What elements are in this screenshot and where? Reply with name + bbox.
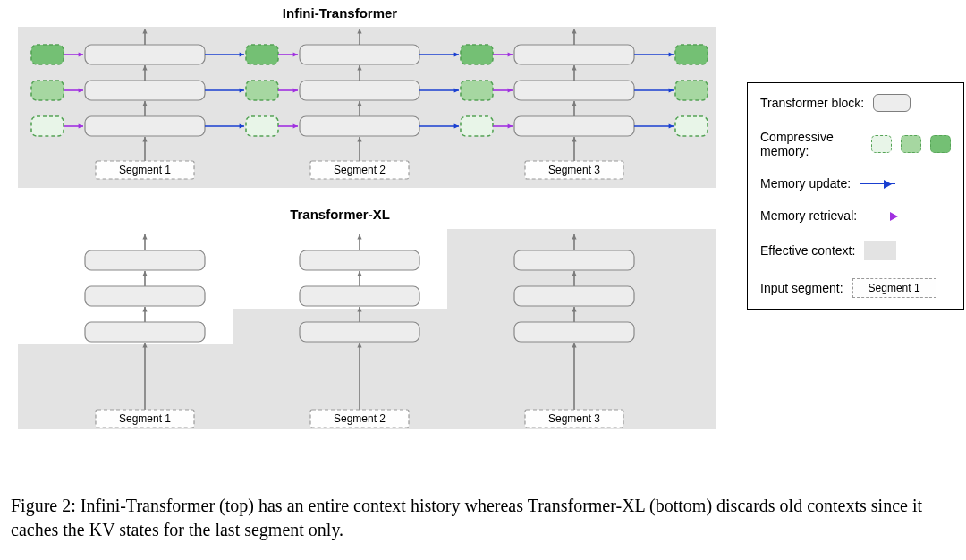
memory-chip: [675, 116, 708, 136]
memory-chip: [461, 81, 493, 100]
title-bottom: Transformer-XL: [290, 207, 390, 222]
legend-row-update: Memory update:: [760, 176, 951, 191]
transformer-block: [514, 286, 634, 306]
memory-chip: [31, 81, 64, 100]
legend-input-example: Segment 1: [869, 282, 920, 294]
legend-label-retrieval: Memory retrieval:: [760, 208, 857, 223]
figure-caption: Figure 2: Infini-Transformer (top) has a…: [11, 494, 955, 542]
legend-icon-segment-chip: Segment 1: [852, 278, 936, 298]
legend-row-memory: Compressive memory:: [760, 130, 951, 158]
transformer-block: [300, 322, 419, 342]
segment-label-text: Segment 3: [548, 164, 600, 176]
svg-marker-71: [357, 271, 361, 276]
transformer-block: [514, 116, 634, 136]
legend-label-transformer: Transformer block:: [760, 96, 864, 110]
transformer-block: [300, 81, 419, 100]
memory-chip: [246, 45, 278, 64]
legend-label-memory: Compressive memory:: [760, 130, 862, 158]
legend-icon-mem-2: [901, 135, 921, 153]
legend-label-context: Effective context:: [760, 243, 855, 258]
svg-marker-61: [142, 234, 147, 239]
transformer-block: [85, 250, 205, 270]
segment-label-text: Segment 2: [334, 412, 386, 425]
transformer-block: [85, 45, 205, 64]
memory-chip: [461, 116, 493, 136]
memory-chip: [246, 81, 278, 100]
legend-row-input: Input segment: Segment 1: [760, 278, 951, 298]
legend-icon-retrieval-arrow: [866, 216, 902, 216]
legend-row-transformer: Transformer block:: [760, 94, 951, 112]
transformer-block: [514, 322, 634, 342]
legend-icon-update-arrow: [860, 183, 895, 184]
transformer-block: [514, 250, 634, 270]
legend-label-input: Input segment:: [760, 281, 843, 295]
transformer-block: [300, 116, 419, 136]
transformer-block: [300, 250, 419, 270]
legend-row-retrieval: Memory retrieval:: [760, 208, 951, 223]
memory-chip: [31, 45, 64, 64]
transformer-block: [300, 45, 419, 64]
segment-label-text: Segment 1: [119, 164, 171, 176]
segment-label-text: Segment 2: [334, 164, 386, 176]
legend: Transformer block: Compressive memory: M…: [747, 82, 964, 310]
memory-chip: [246, 116, 278, 136]
legend-icon-mem-1: [871, 135, 892, 153]
memory-chip: [675, 81, 708, 100]
segment-label-text: Segment 1: [119, 412, 171, 425]
segment-label-text: Segment 3: [548, 412, 600, 425]
legend-row-context: Effective context:: [760, 241, 951, 260]
legend-icon-context: [864, 241, 896, 260]
title-top: Infini-Transformer: [283, 5, 398, 21]
transformer-block: [85, 81, 205, 100]
transformer-block: [85, 116, 205, 136]
transformer-block: [85, 286, 205, 306]
svg-marker-63: [142, 271, 147, 276]
svg-marker-65: [142, 307, 147, 311]
memory-chip: [31, 116, 64, 136]
transformer-block: [514, 45, 634, 64]
transformer-block: [514, 81, 634, 100]
transformer-block: [85, 322, 205, 342]
legend-icon-transformer: [873, 94, 911, 112]
memory-chip: [461, 45, 493, 64]
legend-icon-mem-3: [930, 135, 951, 153]
transformer-block: [300, 286, 419, 306]
svg-marker-69: [357, 234, 361, 239]
legend-label-update: Memory update:: [760, 176, 851, 191]
memory-chip: [675, 45, 708, 64]
